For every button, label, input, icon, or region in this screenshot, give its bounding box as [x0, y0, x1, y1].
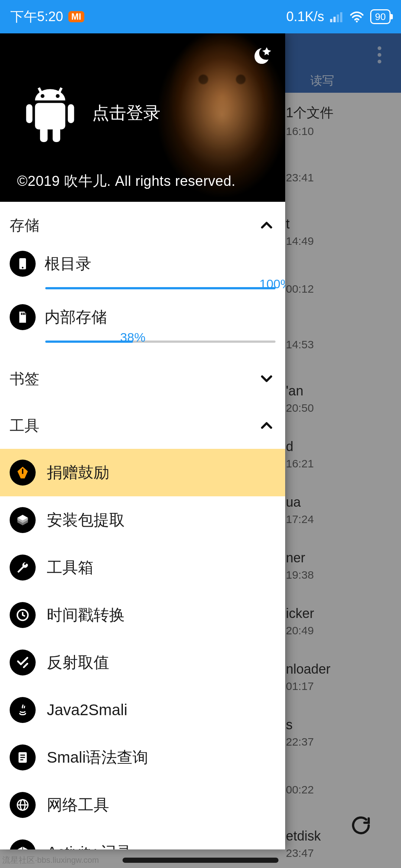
storage-root-progress: 100% — [45, 280, 276, 295]
tool-label: Java2Smali — [47, 701, 127, 719]
svg-rect-29 — [337, 14, 339, 22]
watermark-text: 流星社区·bbs.liuxingw.com — [2, 855, 99, 866]
box-icon — [10, 839, 36, 849]
battery-indicator: 90 — [370, 9, 391, 24]
tool-donate[interactable]: 捐赠鼓励 — [0, 449, 285, 496]
sdcard-icon — [10, 304, 36, 330]
document-icon — [10, 744, 36, 770]
tool-activity-log[interactable]: Activity 记录 — [0, 829, 285, 849]
storage-internal-label: 内部存储 — [45, 307, 107, 328]
layers-icon — [10, 507, 36, 533]
tool-apk-extract[interactable]: 安装包提取 — [0, 496, 285, 544]
android-avatar-icon — [19, 85, 82, 150]
tool-label: Activity 记录 — [47, 842, 132, 849]
section-label: 工具 — [10, 415, 39, 436]
donate-icon — [10, 460, 36, 486]
section-label: 存储 — [10, 215, 39, 236]
status-time: 下午5:20 — [10, 8, 63, 26]
storage-internal[interactable]: 内部存储 38% — [0, 302, 285, 355]
chevron-down-icon — [258, 370, 276, 388]
svg-rect-8 — [53, 127, 60, 142]
cellular-icon — [330, 11, 343, 22]
copyright-text: ©2019 吹牛儿. All rights reserved. — [17, 172, 235, 191]
chevron-up-icon — [258, 417, 276, 434]
home-indicator[interactable] — [123, 858, 278, 863]
login-link[interactable]: 点击登录 — [92, 102, 160, 125]
mi-badge: MI — [68, 11, 84, 22]
section-storage[interactable]: 存储 — [0, 202, 285, 249]
tool-label: 捐赠鼓励 — [47, 462, 109, 483]
section-bookmarks[interactable]: 书签 — [0, 355, 285, 402]
net-speed: 0.1K/s — [286, 9, 324, 24]
drawer-header: 点击登录 ©2019 吹牛儿. All rights reserved. — [0, 33, 285, 202]
svg-rect-15 — [22, 469, 23, 474]
clock-icon — [10, 602, 36, 628]
tool-label: 时间戳转换 — [47, 605, 125, 625]
svg-rect-11 — [21, 313, 22, 315]
tool-timestamp[interactable]: 时间戳转换 — [0, 591, 285, 639]
tool-network[interactable]: 网络工具 — [0, 781, 285, 829]
storage-internal-progress: 38% — [45, 334, 276, 349]
svg-rect-4 — [35, 103, 65, 129]
wrench-icon — [10, 555, 36, 581]
svg-point-31 — [356, 20, 358, 22]
svg-rect-5 — [26, 104, 32, 123]
status-bar: 下午5:20 MI 0.1K/s 90 — [0, 0, 401, 33]
phone-icon — [10, 251, 36, 277]
night-mode-icon[interactable] — [253, 45, 275, 68]
storage-root[interactable]: 根目录 100% — [0, 249, 285, 302]
svg-rect-6 — [68, 104, 74, 123]
chevron-up-icon — [258, 216, 276, 234]
java-icon — [10, 697, 36, 723]
svg-point-10 — [22, 267, 24, 269]
globe-icon — [10, 792, 36, 818]
tool-reflect[interactable]: 反射取值 — [0, 639, 285, 686]
navigation-drawer: 点击登录 ©2019 吹牛儿. All rights reserved. 存储 … — [0, 33, 285, 849]
tool-label: 网络工具 — [47, 795, 109, 815]
svg-rect-7 — [40, 127, 48, 142]
tool-java2smali[interactable]: Java2Smali — [0, 686, 285, 734]
svg-rect-12 — [23, 313, 24, 315]
tool-smali-ref[interactable]: Smali语法查询 — [0, 734, 285, 781]
tool-label: Smali语法查询 — [47, 747, 148, 768]
section-tools[interactable]: 工具 — [0, 402, 285, 449]
svg-rect-27 — [330, 19, 332, 22]
tool-label: 安装包提取 — [47, 510, 125, 530]
tool-label: 工具箱 — [47, 557, 94, 578]
storage-root-label: 根目录 — [45, 253, 91, 274]
wifi-icon — [349, 11, 364, 23]
svg-rect-28 — [333, 17, 336, 22]
svg-rect-13 — [25, 313, 26, 315]
svg-point-2 — [41, 94, 45, 98]
tool-toolbox[interactable]: 工具箱 — [0, 544, 285, 591]
section-label: 书签 — [10, 369, 39, 389]
tool-label: 反射取值 — [47, 652, 109, 673]
reflect-icon — [10, 650, 36, 675]
svg-point-3 — [56, 94, 59, 98]
svg-rect-30 — [340, 12, 342, 22]
